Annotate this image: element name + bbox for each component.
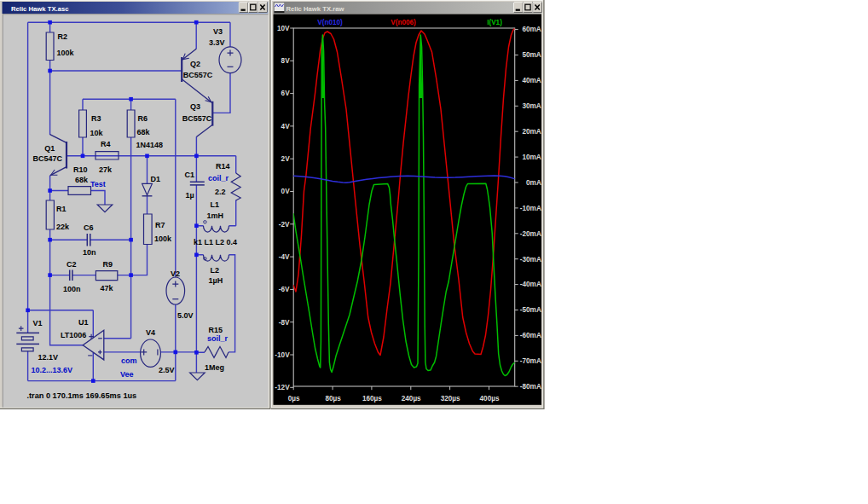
svg-text:Relic Hawk TX.raw: Relic Hawk TX.raw	[286, 5, 344, 13]
svg-text:R3: R3	[91, 114, 101, 123]
svg-text:10mA: 10mA	[522, 154, 541, 161]
svg-text:10V: 10V	[277, 25, 290, 32]
svg-text:100k: 100k	[57, 49, 75, 57]
svg-text:com: com	[121, 356, 137, 365]
svg-text:coil_r: coil_r	[208, 174, 229, 182]
svg-text:240µs: 240µs	[402, 395, 421, 403]
svg-text:6V: 6V	[281, 90, 291, 97]
svg-text:100n: 100n	[63, 285, 81, 293]
svg-text:320µs: 320µs	[441, 395, 460, 403]
svg-text:k1 L1 L2 0.4: k1 L1 L2 0.4	[194, 238, 237, 246]
svg-text:4V: 4V	[281, 123, 291, 130]
svg-text:40mA: 40mA	[522, 77, 541, 84]
svg-text:R15: R15	[209, 326, 223, 334]
svg-text:Vee: Vee	[120, 370, 134, 379]
svg-text:12.1V: 12.1V	[38, 353, 59, 362]
svg-text:V3: V3	[213, 27, 223, 36]
svg-text:R2: R2	[58, 32, 68, 41]
svg-text:160µs: 160µs	[362, 395, 382, 403]
svg-text:V1: V1	[33, 319, 43, 327]
svg-text:R1: R1	[56, 205, 67, 213]
svg-text:3.3V: 3.3V	[209, 38, 225, 47]
svg-text:C2: C2	[67, 260, 77, 269]
svg-text:U1: U1	[78, 318, 89, 327]
svg-text:80µs: 80µs	[325, 395, 341, 403]
svg-text:soil_r: soil_r	[207, 334, 229, 343]
svg-text:Test: Test	[90, 180, 106, 188]
svg-text:20mA: 20mA	[522, 128, 541, 136]
svg-text:-8V: -8V	[279, 319, 290, 327]
svg-text:Relic Hawk TX.asc: Relic Hawk TX.asc	[11, 5, 69, 13]
svg-text:2.5V: 2.5V	[159, 366, 175, 374]
svg-text:-50mA: -50mA	[520, 306, 541, 314]
svg-text:-40mA: -40mA	[520, 281, 541, 288]
svg-text:R10: R10	[73, 165, 88, 174]
svg-text:30mA: 30mA	[522, 102, 541, 110]
svg-text:5.0V: 5.0V	[177, 311, 194, 320]
svg-text:0mA: 0mA	[526, 179, 541, 187]
svg-text:C1: C1	[185, 171, 195, 179]
svg-text:1µ: 1µ	[186, 191, 194, 200]
svg-text:-60mA: -60mA	[520, 332, 541, 339]
svg-text:BC557C: BC557C	[182, 114, 212, 123]
svg-text:-6V: -6V	[279, 286, 290, 293]
svg-text:10k: 10k	[90, 129, 104, 137]
svg-text:10n: 10n	[83, 248, 96, 257]
svg-text:100k: 100k	[154, 235, 172, 243]
svg-text:R7: R7	[155, 221, 165, 229]
svg-text:I(V1): I(V1)	[487, 19, 502, 26]
svg-text:-10mA: -10mA	[520, 205, 541, 212]
svg-text:1µH: 1µH	[209, 276, 223, 285]
svg-text:400µs: 400µs	[480, 395, 500, 403]
svg-text:68k: 68k	[137, 128, 151, 136]
svg-text:V(n006): V(n006)	[391, 19, 416, 26]
svg-text:27k: 27k	[99, 165, 113, 174]
svg-text:0V: 0V	[281, 188, 291, 195]
svg-text:1mH: 1mH	[207, 211, 224, 220]
svg-text:0µs: 0µs	[288, 395, 300, 403]
svg-text:2V: 2V	[281, 155, 291, 163]
svg-text:LT1006: LT1006	[61, 331, 86, 339]
svg-text:47k: 47k	[101, 284, 114, 293]
svg-text:1N4148: 1N4148	[136, 141, 164, 149]
svg-text:-4V: -4V	[279, 253, 290, 261]
svg-text:60mA: 60mA	[522, 26, 541, 33]
svg-text:V4: V4	[146, 328, 155, 337]
svg-text:BC547C: BC547C	[33, 154, 63, 163]
svg-text:-80mA: -80mA	[520, 383, 541, 391]
svg-text:68k: 68k	[75, 176, 89, 184]
svg-text:-30mA: -30mA	[520, 256, 541, 264]
svg-text:L1: L1	[211, 200, 220, 209]
svg-text:-2V: -2V	[279, 221, 290, 229]
svg-text:R4: R4	[101, 140, 111, 148]
svg-text:8V: 8V	[281, 57, 291, 65]
svg-text:R6: R6	[138, 114, 148, 123]
svg-text:R9: R9	[103, 260, 113, 269]
svg-text:.tran 0 170.1ms 169.65ms 1us: .tran 0 170.1ms 169.65ms 1us	[27, 391, 137, 400]
svg-text:Q3: Q3	[190, 102, 200, 111]
svg-text:-10V: -10V	[275, 351, 290, 359]
svg-text:BC557C: BC557C	[183, 71, 213, 79]
svg-text:-20mA: -20mA	[520, 230, 541, 238]
svg-text:22k: 22k	[56, 223, 70, 231]
svg-text:1Meg: 1Meg	[205, 363, 224, 372]
svg-text:V(n010): V(n010)	[317, 19, 343, 26]
svg-text:Q2: Q2	[190, 60, 200, 68]
svg-text:R14: R14	[216, 162, 230, 171]
svg-text:-70mA: -70mA	[520, 357, 541, 365]
svg-text:L2: L2	[211, 266, 220, 275]
svg-text:10.2...13.6V: 10.2...13.6V	[32, 366, 73, 374]
svg-text:D1: D1	[151, 175, 161, 183]
svg-text:50mA: 50mA	[522, 51, 541, 59]
svg-text:V2: V2	[171, 269, 180, 278]
svg-text:C6: C6	[84, 223, 94, 232]
svg-text:Q1: Q1	[44, 144, 55, 153]
svg-text:-12V: -12V	[275, 384, 290, 391]
svg-text:2.2: 2.2	[215, 188, 226, 196]
